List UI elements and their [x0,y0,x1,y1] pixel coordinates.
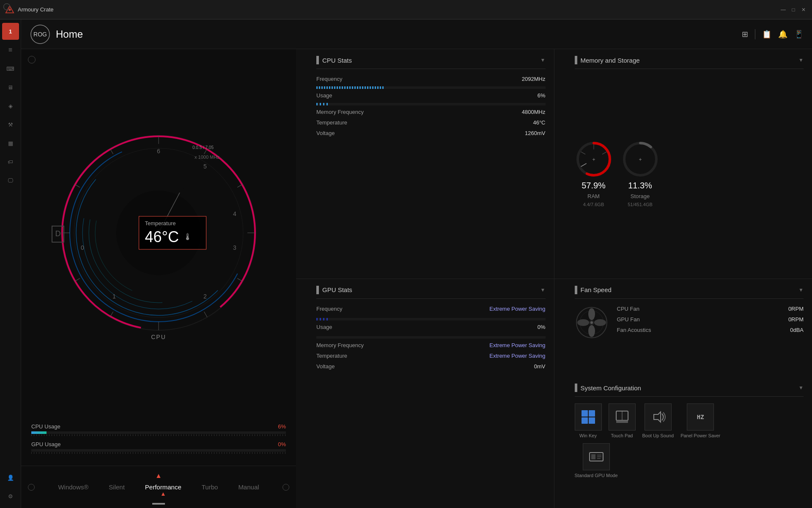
fan-svg [575,306,609,340]
cpu-usage-stat-row: Usage 6% [316,92,546,99]
gauge-circle-indicator [28,56,36,64]
svg-rect-56 [582,410,588,417]
thermometer-icon: 🌡 [183,232,192,243]
cpu-usage-header: CPU Usage 6% [31,423,286,430]
tab-turbo[interactable]: Turbo [192,479,228,495]
sidebar-item-home[interactable]: 1 [2,23,19,40]
config-panel-power[interactable]: HZ Panel Power Saver [680,403,720,438]
cpu-usage-stat-value: 6% [538,92,546,99]
devices-icon: 🖥 [8,84,13,91]
titlebar-title: Armoury Crate [18,6,54,13]
svg-text:0: 0 [81,244,84,251]
notification-icon[interactable]: 🔔 [778,30,787,39]
minimize-button[interactable]: — [780,6,787,13]
right-panel: CPU Stats ▼ Frequency 2092MHz Usag [296,49,812,508]
sys-config-title-line: System Configuration [575,384,641,392]
titlebar-controls: — □ ✕ [780,6,807,13]
fan-acoustics-row: Fan Acoustics 0dBA [617,327,804,333]
mem-corner-accent [575,56,577,64]
gpu-voltage-label: Voltage [316,363,335,370]
config-gpu-mode[interactable]: Standard GPU Mode [575,443,618,478]
tab-manual[interactable]: Manual [228,479,269,495]
sidebar-item-display[interactable]: 🖵 [2,172,19,189]
svg-text:4: 4 [233,210,236,217]
gpu-usage-ticks [31,452,286,454]
cpu-voltage-row: Voltage 1260mV [316,130,546,136]
svg-text:1: 1 [112,293,116,300]
touch-pad-icon-box [609,403,636,431]
mobile-icon[interactable]: 📱 [794,30,804,39]
cpu-label: CPU [151,334,166,340]
sidebar-item-menu[interactable]: ≡ [2,41,19,58]
fan-title-line: Fan Speed [575,286,612,294]
cpu-freq-value: 2092MHz [522,76,546,82]
fan-speed-title: Fan Speed [581,286,612,293]
gpu-usage-label: GPU Usage [31,441,60,447]
app-body: 1 ≡ ⌨ 🖥 ◈ ⚒ ▦ 🏷 🖵 👤 ⚙ [0,19,812,508]
gpu-temp-label: Temperature [316,353,347,359]
fan-speed-card: Fan Speed ▼ [554,279,812,377]
temp-value: 46°C [145,228,179,246]
gpu-usage-row: GPU Usage 0% [31,441,286,454]
win-key-label: Win Key [579,433,597,438]
gpu-usage-bar [31,449,286,452]
svg-rect-62 [616,420,628,423]
grid-view-icon[interactable]: ⊞ [742,30,748,39]
header: ROG Home ⊞ 📋 🔔 📱 [21,19,812,49]
config-touch-pad[interactable]: Touch Pad [609,403,636,438]
svg-line-17 [204,312,208,317]
config-boot-sound[interactable]: Boot Up Sound [642,403,674,438]
sidebar-item-tag[interactable]: 🏷 [2,153,19,170]
config-icons-container: Win Key [575,403,804,438]
gpu-mode-label: Standard GPU Mode [575,473,618,478]
left-panel: 6 5 4 3 2 1 0 x 1000 MHz [21,49,296,508]
storage-percent: 11.3% [628,181,652,190]
tab-performance[interactable]: Performance [135,479,192,495]
header-separator [755,29,755,39]
gpu-voltage-value: 0mV [534,363,546,370]
monitor-icon[interactable]: 📋 [762,30,771,39]
sidebar-item-devices[interactable]: 🖥 [2,79,19,96]
cpu-freq-bar [316,86,546,89]
tab-windows[interactable]: Windows® [48,479,99,495]
gpu-usage-header: GPU Usage 0% [31,441,286,447]
sidebar-item-layout[interactable]: ▦ [2,135,19,152]
maximize-button[interactable]: □ [790,6,797,13]
svg-rect-57 [589,410,595,417]
sidebar-item-keyboard[interactable]: ⌨ [2,60,19,77]
cpu-usage-row: CPU Usage 6% [31,423,286,436]
sys-config-header: System Configuration ▼ [575,384,804,397]
titlebar: Armoury Crate — □ ✕ [0,0,812,19]
gpu-voltage-row: Voltage 0mV [316,363,546,370]
cpu-freq-label: Frequency [316,76,342,82]
fan-circle-area [575,306,609,340]
gpu-freq-bar [316,318,546,320]
scroll-indicator [152,503,165,505]
close-button[interactable]: ✕ [800,6,807,13]
touch-pad-label: Touch Pad [611,433,633,438]
config-win-key[interactable]: Win Key [575,403,602,438]
win-key-icon-box [575,403,602,431]
cpu-usage-bar-small-fill [316,103,330,105]
cpu-memfreq-row: Memory Frequency 4800MHz [316,109,546,115]
usage-section: CPU Usage 6% GPU Usage 0% [21,417,296,466]
header-logo: ROG Home [30,24,83,45]
perf-circle-right [283,484,289,491]
cpu-usage-label: CPU Usage [31,423,60,430]
svg-text:+: + [592,157,595,163]
gpu-freq-label: Frequency [316,306,342,312]
svg-text:0.0.5 / 7.05: 0.0.5 / 7.05 [192,145,214,150]
tab-silent[interactable]: Silent [99,479,135,495]
sidebar-item-settings[interactable]: ⚙ [2,488,19,505]
sidebar-item-macros[interactable]: ⚒ [2,116,19,133]
sidebar-item-scene[interactable]: ◈ [2,97,19,114]
right-column: Fan Speed ▼ [554,279,812,508]
cpu-voltage-label: Voltage [316,130,335,136]
hz-text: HZ [697,414,704,420]
gpu-fan-value: 0RPM [788,316,804,323]
perf-tabs: ▲ Windows® Silent Performance Turbo Manu… [21,466,296,508]
gpu-usage-value: 0% [278,441,286,447]
cpu-stats-card: CPU Stats ▼ Frequency 2092MHz Usag [296,49,554,279]
sidebar-item-user[interactable]: 👤 [2,469,19,486]
gpu-stats-header: GPU Stats ▼ [316,286,546,299]
